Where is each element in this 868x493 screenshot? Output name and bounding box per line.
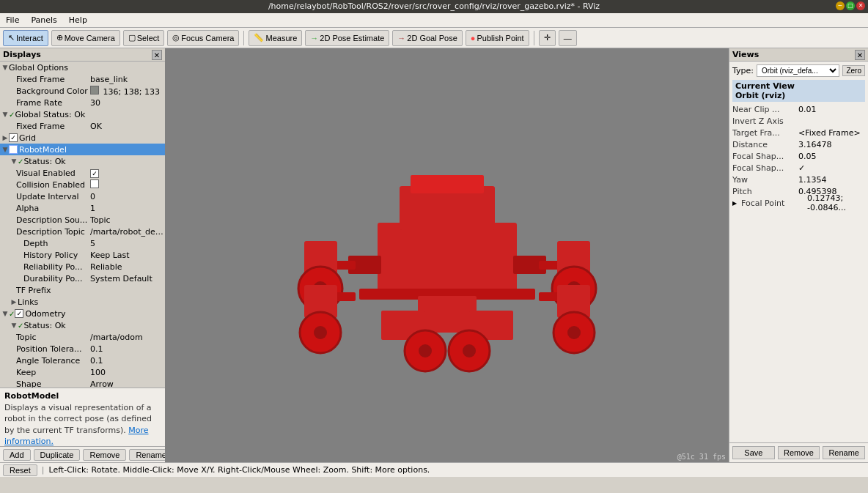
global-status-row[interactable]: ▼ ✓ Global Status: Ok — [0, 108, 165, 120]
robot-model-row[interactable]: ▼ RobotModel — [0, 144, 165, 155]
focus-camera-icon: ◎ — [172, 33, 180, 42]
menu-panels[interactable]: Panels — [28, 15, 59, 26]
remove-display-button[interactable]: Remove — [83, 449, 126, 461]
toolbar-separator-2 — [534, 31, 534, 45]
visual-enabled-label: Visual Enabled — [16, 168, 90, 178]
pitch-label: Pitch — [732, 187, 798, 196]
tf-prefix-row[interactable]: TF Prefix — [0, 284, 165, 296]
focal-point-expander: ▶ — [732, 200, 741, 207]
titlebar: /home/relaybot/RobTool/ROS2/rover/src/ro… — [0, 0, 868, 13]
target-frame-label: Target Fra... — [732, 128, 798, 138]
displays-close-button[interactable]: ✕ — [152, 50, 162, 60]
interact-button[interactable]: ↖ Interact — [3, 30, 48, 46]
durability-row[interactable]: Durability Po... System Default — [0, 273, 165, 284]
focal-shape-1-label: Focal Shap... — [732, 152, 798, 161]
odometry-topic-row[interactable]: Topic /marta/odom — [0, 331, 165, 343]
visual-enabled-value — [90, 168, 163, 178]
gs-fixed-frame-label: Fixed Frame — [16, 122, 90, 131]
yaw-label: Yaw — [732, 175, 798, 185]
gs-fixed-frame-value: OK — [90, 122, 163, 131]
links-row[interactable]: ▶ Links — [0, 296, 165, 308]
angle-tolerance-row[interactable]: Angle Tolerance 0.1 — [0, 355, 165, 366]
view-prop-yaw: Yaw 1.1354 — [732, 174, 865, 185]
odometry-status-row[interactable]: ▼ ✓ Status: Ok — [0, 319, 165, 331]
add-display-button[interactable]: Add — [3, 449, 31, 461]
odo-status-check: ✓ — [18, 322, 23, 330]
bg-color-value: 136; 138; 133 — [90, 86, 163, 97]
views-close-button[interactable]: ✕ — [855, 50, 865, 60]
grid-checkbox[interactable] — [9, 133, 18, 142]
keep-row[interactable]: Keep 100 — [0, 366, 165, 378]
main-content: Displays ✕ ▼ Global Options Fixed Frame … — [0, 48, 868, 462]
viewport[interactable]: @51c 31 fps — [165, 48, 729, 462]
toolbar: ↖ Interact ⊕ Move Camera ▢ Select ◎ Focu… — [0, 28, 868, 48]
views-type-select[interactable]: Orbit (rviz_defa... — [757, 64, 839, 77]
history-policy-row[interactable]: History Policy Keep Last — [0, 249, 165, 261]
visual-enabled-row[interactable]: Visual Enabled — [0, 167, 165, 179]
visual-enabled-checkbox[interactable] — [90, 169, 99, 178]
close-button[interactable]: ✕ — [856, 1, 865, 10]
svg-rect-0 — [378, 223, 517, 296]
settings-icon-button[interactable]: — — [559, 30, 577, 46]
views-save-button[interactable]: Save — [732, 446, 775, 459]
views-remove-button[interactable]: Remove — [778, 446, 820, 459]
move-camera-button[interactable]: ⊕ Move Camera — [51, 30, 120, 46]
views-rename-button[interactable]: Rename — [823, 446, 865, 459]
shape-row[interactable]: Shape Arrow — [0, 378, 165, 388]
maximize-button[interactable]: □ — [846, 1, 855, 10]
bg-color-label: Background Color — [16, 86, 90, 96]
add-icon-button[interactable]: ✛ — [539, 30, 556, 46]
goal-pose-button[interactable]: → 2D Goal Pose — [392, 30, 462, 46]
global-options-label: Global Options — [9, 63, 163, 73]
svg-point-19 — [567, 326, 581, 339]
fixed-frame-label: Fixed Frame — [16, 75, 90, 84]
global-status-expander: ▼ — [1, 111, 9, 118]
robot-status-row[interactable]: ▼ ✓ Status: Ok — [0, 155, 165, 167]
update-interval-row[interactable]: Update Interval 0 — [0, 190, 165, 202]
reliability-row[interactable]: Reliability Po... Reliable — [0, 261, 165, 273]
near-clip-value: 0.01 — [798, 105, 865, 114]
shape-value: Arrow — [90, 379, 163, 388]
views-zero-button[interactable]: Zero — [842, 65, 865, 76]
views-type-label: Type: — [732, 66, 754, 75]
grid-row[interactable]: ▶ Grid — [0, 132, 165, 144]
depth-row[interactable]: Depth 5 — [0, 237, 165, 249]
pos-tolerance-row[interactable]: Position Tolera... 0.1 — [0, 343, 165, 355]
frame-rate-value: 30 — [90, 98, 163, 108]
duplicate-display-button[interactable]: Duplicate — [34, 449, 81, 461]
odometry-row[interactable]: ▼ ✓ Odometry — [0, 308, 165, 319]
alpha-row[interactable]: Alpha 1 — [0, 202, 165, 214]
move-camera-label: Move Camera — [65, 34, 115, 42]
target-frame-value: <Fixed Frame> — [798, 128, 865, 138]
reset-button[interactable]: Reset — [3, 464, 37, 476]
odometry-checkbox[interactable] — [15, 309, 23, 318]
menu-file[interactable]: File — [3, 15, 22, 26]
fixed-frame-row[interactable]: Fixed Frame base_link — [0, 73, 165, 85]
focus-camera-button[interactable]: ◎ Focus Camera — [167, 30, 239, 46]
global-status-fixed-frame-row[interactable]: Fixed Frame OK — [0, 120, 165, 132]
pose-estimate-button[interactable]: → 2D Pose Estimate — [305, 30, 389, 46]
svg-rect-22 — [418, 296, 477, 333]
bg-color-row[interactable]: Background Color 136; 138; 133 — [0, 85, 165, 97]
title-text: /home/relaybot/RobTool/ROS2/rover/src/ro… — [268, 1, 600, 11]
distance-value: 3.16478 — [798, 140, 865, 149]
description-source-row[interactable]: Description Sou... Topic — [0, 214, 165, 226]
menu-help[interactable]: Help — [66, 15, 90, 26]
view-prop-focal-shape-2: Focal Shap... ✓ — [732, 162, 865, 174]
svg-point-28 — [463, 344, 476, 357]
global-options-row[interactable]: ▼ Global Options — [0, 62, 165, 73]
select-button[interactable]: ▢ Select — [123, 30, 165, 46]
collision-enabled-checkbox[interactable] — [90, 179, 99, 188]
description-topic-row[interactable]: Description Topic /marta/robot_descrip..… — [0, 226, 165, 237]
publish-point-button[interactable]: ● Publish Point — [466, 30, 529, 46]
status-separator: | — [42, 465, 45, 475]
window-controls: ─ □ ✕ — [836, 1, 865, 10]
displays-tree[interactable]: ▼ Global Options Fixed Frame base_link B… — [0, 62, 165, 388]
collision-enabled-row[interactable]: Collision Enabled — [0, 179, 165, 190]
measure-button[interactable]: 📏 Measure — [249, 30, 302, 46]
minimize-button[interactable]: ─ — [836, 1, 845, 10]
frame-rate-row[interactable]: Frame Rate 30 — [0, 97, 165, 108]
robot-model-checkbox[interactable] — [9, 145, 18, 154]
view-prop-focal-point[interactable]: ▶ Focal Point 0.12743; -0.0846... — [732, 197, 865, 209]
view-prop-invert-z: Invert Z Axis — [732, 115, 865, 127]
